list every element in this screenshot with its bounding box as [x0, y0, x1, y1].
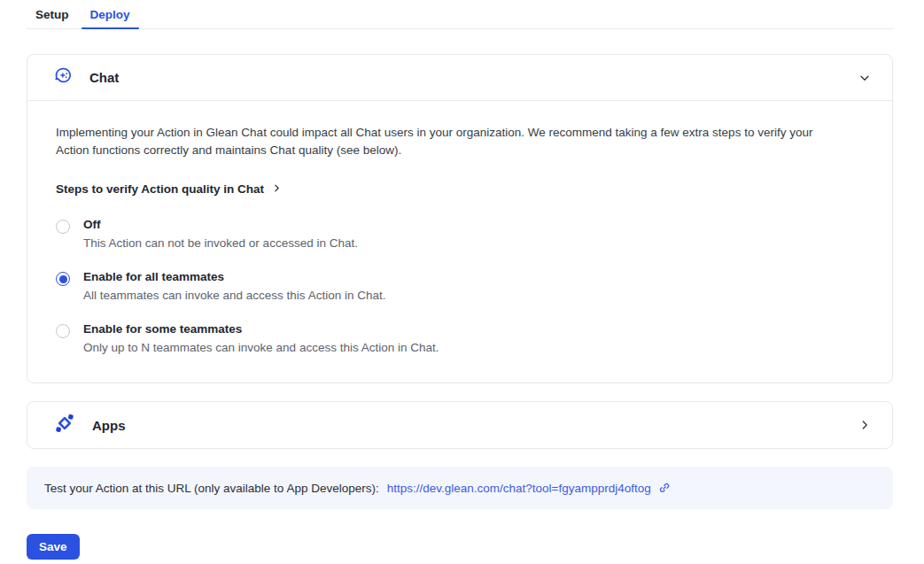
test-url-bar: Test your Action at this URL (only avail… — [27, 467, 893, 509]
radio-off[interactable] — [56, 220, 70, 234]
apps-sparkle-icon — [54, 413, 75, 437]
save-button[interactable]: Save — [27, 534, 80, 560]
test-url-label: Test your Action at this URL (only avail… — [44, 482, 379, 495]
tab-setup[interactable]: Setup — [27, 4, 78, 28]
radio-enable-all-description: All teammates can invoke and access this… — [83, 289, 385, 302]
radio-enable-all-label[interactable]: Enable for all teammates — [83, 270, 385, 283]
radio-enable-all[interactable] — [56, 272, 70, 286]
radio-option-enable-some: Enable for some teammates Only up to N t… — [56, 322, 864, 354]
link-icon[interactable] — [658, 482, 671, 494]
apps-section-header[interactable]: Apps — [27, 402, 892, 448]
radio-option-enable-all: Enable for all teammates All teammates c… — [56, 270, 864, 302]
test-url-link[interactable]: https://dev.glean.com/chat?tool=fgyamppr… — [387, 482, 651, 495]
tab-deploy[interactable]: Deploy — [82, 4, 139, 28]
chat-description: Implementing your Action in Glean Chat c… — [56, 124, 840, 159]
chat-sparkle-icon — [54, 66, 73, 89]
radio-off-label[interactable]: Off — [83, 218, 358, 231]
radio-option-off: Off This Action can not be invoked or ac… — [56, 218, 864, 250]
chat-section-header[interactable]: Chat — [27, 55, 892, 101]
chevron-down-icon[interactable] — [858, 72, 871, 84]
chat-section-body: Implementing your Action in Glean Chat c… — [27, 101, 892, 382]
chat-section-title: Chat — [89, 70, 119, 85]
radio-enable-some-label[interactable]: Enable for some teammates — [83, 322, 439, 336]
steps-to-verify-link[interactable]: Steps to verify Action quality in Chat — [56, 182, 282, 196]
apps-section-title: Apps — [92, 418, 126, 433]
deploy-page: Setup Deploy Chat Implementing y — [27, 4, 893, 560]
steps-to-verify-label: Steps to verify Action quality in Chat — [56, 182, 264, 196]
chat-section-card: Chat Implementing your Action in Glean C… — [27, 54, 893, 383]
apps-section-card: Apps — [27, 401, 893, 449]
radio-enable-some-description: Only up to N teammates can invoke and ac… — [83, 341, 439, 354]
chevron-right-icon[interactable] — [858, 419, 871, 431]
radio-off-description: This Action can not be invoked or access… — [83, 236, 358, 250]
chat-access-radio-group: Off This Action can not be invoked or ac… — [56, 218, 864, 354]
chevron-right-icon — [272, 182, 282, 196]
radio-enable-some[interactable] — [56, 324, 70, 338]
tab-bar: Setup Deploy — [27, 4, 893, 29]
